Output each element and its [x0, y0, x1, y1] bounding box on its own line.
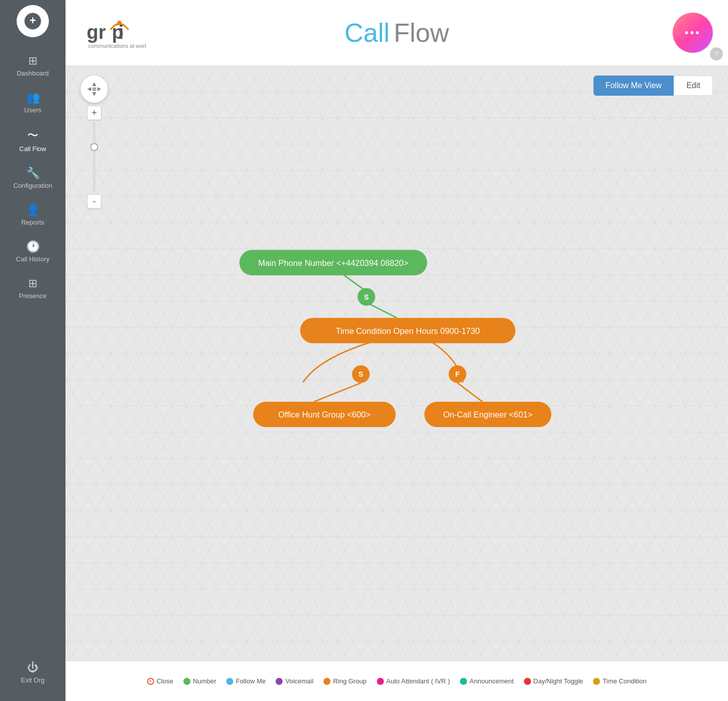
svg-line-25 [314, 383, 361, 401]
reports-icon: 👤 [26, 203, 40, 217]
help-button[interactable]: ? [710, 47, 723, 60]
pan-control[interactable] [81, 76, 108, 103]
svg-text:S: S [359, 370, 364, 378]
svg-text:gr: gr [87, 22, 106, 43]
avatar-dots: ••• [685, 26, 701, 39]
ringgroup-dot [323, 678, 330, 685]
legend-voicemail-label: Voicemail [285, 677, 313, 685]
legend-daynighttoggle-label: Day/Night Toggle [534, 677, 583, 685]
legend-autoattendant: Auto Attendant ( IVR ) [377, 677, 450, 685]
configuration-icon: 🔧 [26, 167, 40, 180]
page-title: Call Flow [345, 18, 449, 48]
svg-text:F: F [455, 370, 460, 378]
sidebar-item-callflow[interactable]: 〜 Call Flow [0, 121, 65, 160]
legend-ringgroup: Ring Group [323, 677, 366, 685]
svg-text:+: + [30, 14, 36, 27]
legend-close: ✕ Close [147, 677, 173, 685]
sidebar-item-users[interactable]: 👥 Users [0, 84, 65, 121]
daynighttoggle-dot [524, 678, 531, 685]
zoom-handle[interactable] [90, 143, 98, 151]
legend-followme-label: Follow Me [236, 677, 266, 685]
svg-marker-10 [92, 82, 96, 86]
sidebar-item-label: Call History [16, 255, 49, 263]
autoattendant-dot [377, 678, 384, 685]
svg-point-14 [92, 87, 96, 91]
dashboard-icon: ⊞ [28, 54, 37, 67]
sidebar-item-exitorg[interactable]: ⏻ Exit Org [0, 654, 65, 691]
exitorg-icon: ⏻ [27, 661, 38, 674]
users-icon: 👥 [26, 91, 40, 104]
sidebar-item-label: Reports [21, 219, 44, 226]
callhistory-icon: 🕐 [26, 240, 40, 253]
user-avatar[interactable]: ••• [673, 13, 713, 53]
node-time-condition-label: Time Condition Open Hours 0900-1730 [336, 326, 480, 335]
svg-text:communications at work: communications at work [88, 43, 146, 49]
zoom-in-button[interactable]: + [87, 106, 101, 120]
zoom-out-button[interactable]: - [87, 194, 101, 208]
canvas-container: Follow Me View Edit + - [65, 65, 728, 701]
help-icon: ? [714, 50, 718, 58]
legend-timecondition: Time Condition [593, 677, 646, 685]
main-content: gr p i communications at work Call Flow … [65, 0, 728, 701]
sidebar-item-label: Configuration [13, 182, 52, 189]
svg-text:i: i [118, 22, 124, 43]
legend-daynighttoggle: Day/Night Toggle [524, 677, 583, 685]
new-button[interactable]: + [17, 5, 49, 37]
legend-number-label: Number [193, 677, 216, 685]
flow-diagram: Main Phone Number <+4420394 08820> S Tim… [65, 65, 728, 661]
title-flow: Flow [393, 18, 449, 48]
svg-line-16 [366, 302, 396, 318]
callflow-icon: 〜 [27, 128, 38, 143]
legend-number: Number [183, 677, 216, 685]
sidebar-item-label: Exit Org [21, 676, 45, 684]
legend-followme: Follow Me [226, 677, 266, 685]
zoom-track [93, 122, 96, 192]
close-icon: ✕ [147, 678, 154, 685]
node-main-phone-label: Main Phone Number <+4420394 08820> [258, 258, 408, 267]
svg-marker-11 [92, 92, 96, 96]
node-office-hunt-label: Office Hunt Group <600> [278, 410, 370, 419]
sidebar-item-label: Users [24, 106, 41, 114]
legend-timecondition-label: Time Condition [603, 677, 646, 685]
presence-icon: ⊞ [28, 277, 37, 290]
title-call: Call [345, 18, 390, 48]
sidebar: + ⊞ Dashboard 👥 Users 〜 Call Flow 🔧 Conf… [0, 0, 65, 701]
timecondition-dot [593, 678, 600, 685]
follow-me-view-button[interactable]: Follow Me View [593, 76, 674, 96]
legend-voicemail: Voicemail [276, 677, 313, 685]
svg-marker-12 [87, 87, 91, 91]
sidebar-item-label: Call Flow [19, 145, 46, 153]
sidebar-item-label: Presence [19, 292, 47, 300]
followme-dot [226, 678, 233, 685]
sidebar-item-dashboard[interactable]: ⊞ Dashboard [0, 47, 65, 84]
sidebar-item-reports[interactable]: 👤 Reports [0, 196, 65, 233]
logo-area: gr p i communications at work [81, 13, 146, 53]
legend-autoattendant-label: Auto Attendant ( IVR ) [386, 677, 450, 685]
logo: gr p i communications at work [81, 13, 146, 53]
zoom-controls: + - [81, 76, 108, 208]
svg-text:S: S [364, 293, 368, 301]
svg-line-26 [457, 383, 482, 401]
sidebar-item-callhistory[interactable]: 🕐 Call History [0, 233, 65, 270]
svg-marker-13 [97, 87, 101, 91]
sidebar-item-configuration[interactable]: 🔧 Configuration [0, 160, 65, 196]
sidebar-item-presence[interactable]: ⊞ Presence [0, 270, 65, 307]
legend-close-label: Close [157, 677, 173, 685]
number-dot [183, 678, 190, 685]
node-oncall-engineer-label: On-Call Engineer <601> [443, 410, 533, 419]
edit-button[interactable]: Edit [674, 76, 713, 96]
sidebar-item-label: Dashboard [17, 69, 49, 77]
legend-announcement: Announcement [460, 677, 513, 685]
legend-ringgroup-label: Ring Group [333, 677, 366, 685]
announcement-dot [460, 678, 467, 685]
voicemail-dot [276, 678, 283, 685]
legend: ✕ Close Number Follow Me Voicemail Ring … [65, 661, 728, 701]
view-buttons: Follow Me View Edit [593, 76, 713, 96]
legend-announcement-label: Announcement [470, 677, 513, 685]
header: gr p i communications at work Call Flow … [65, 0, 728, 65]
